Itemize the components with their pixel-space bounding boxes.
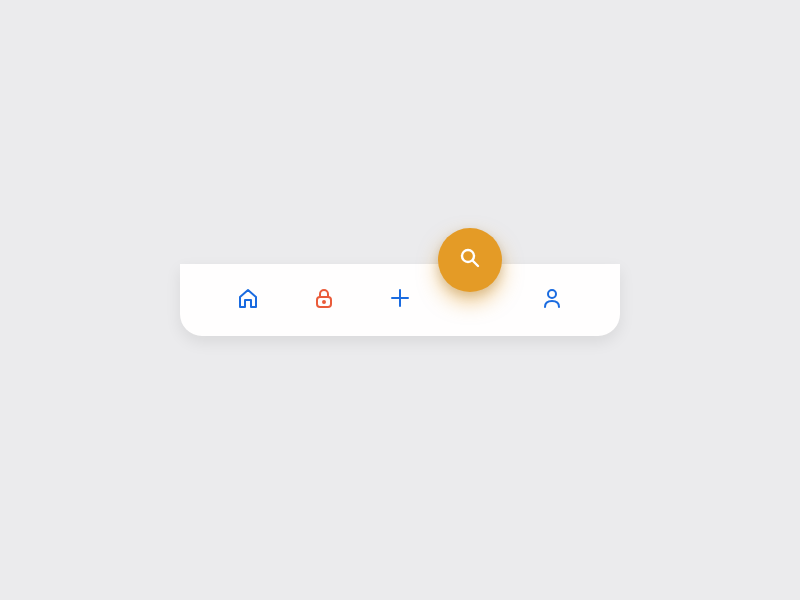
- nav-home-button[interactable]: [228, 280, 268, 320]
- bottom-nav: [180, 264, 620, 336]
- search-icon: [458, 246, 482, 274]
- lock-icon: [312, 286, 336, 314]
- nav-lock-button[interactable]: [304, 280, 344, 320]
- svg-line-6: [473, 261, 478, 266]
- svg-point-1: [323, 301, 325, 303]
- nav-bar: [180, 264, 620, 336]
- nav-add-button[interactable]: [380, 280, 420, 320]
- profile-icon: [540, 286, 564, 314]
- home-icon: [236, 286, 260, 314]
- svg-point-4: [548, 290, 556, 298]
- nav-profile-button[interactable]: [532, 280, 572, 320]
- plus-icon: [388, 286, 412, 314]
- nav-search-fab[interactable]: [438, 228, 502, 292]
